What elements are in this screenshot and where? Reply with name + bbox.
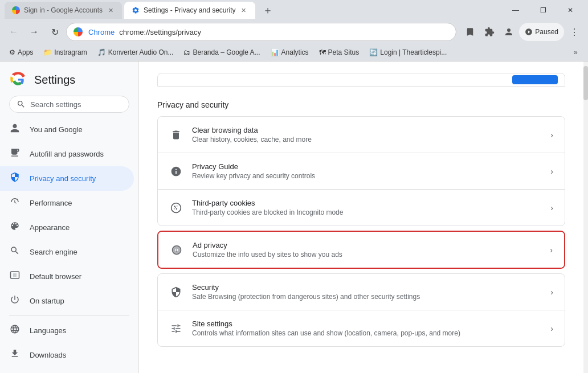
third-party-cookies-desc: Third-party cookies are blocked in Incog… — [192, 208, 537, 216]
performance-icon — [9, 196, 21, 210]
sidebar-item-appearance[interactable]: Appearance — [0, 215, 134, 240]
site-settings-title: Site settings — [192, 319, 537, 328]
ad-privacy-card: Ad privacy Customize the info used by si… — [157, 231, 565, 269]
svg-point-7 — [176, 208, 178, 210]
third-party-cookies-title: Third-party cookies — [192, 199, 537, 207]
privacy-guide-title: Privacy Guide — [192, 162, 537, 171]
clear-browsing-item[interactable]: Clear browsing data Clear history, cooki… — [158, 117, 565, 153]
maximize-button[interactable]: ❐ — [530, 2, 556, 19]
sidebar-label-search-engine: Search engine — [30, 248, 77, 256]
profile-button[interactable] — [500, 23, 518, 41]
sidebar-item-on-startup[interactable]: On startup — [0, 289, 134, 313]
sidebar-item-languages[interactable]: Languages — [0, 318, 134, 343]
section-title: Privacy and security — [157, 100, 228, 109]
bookmark-beranda-label: Beranda – Google A... — [193, 48, 260, 56]
sidebar-label-autofill: Autofill and passwords — [30, 150, 104, 158]
security-arrow: › — [550, 288, 553, 297]
bookmark-peta-label: Peta Situs — [328, 48, 360, 56]
content-scroll-wrapper: Privacy and security Clear browsing data… — [139, 62, 588, 373]
minimize-button[interactable]: — — [503, 2, 529, 19]
sidebar-item-search-engine[interactable]: Search engine — [0, 240, 134, 264]
sidebar-item-performance[interactable]: Performance — [0, 191, 134, 215]
svg-point-8 — [175, 207, 176, 208]
bookmarks-more-button[interactable]: » — [567, 44, 583, 60]
login-icon: 🔄 — [369, 48, 378, 56]
bookmark-instagram-label: Instragram — [54, 48, 87, 56]
address-text[interactable]: chrome://settings/privacy — [119, 28, 449, 36]
extensions-button[interactable] — [480, 23, 499, 41]
sidebar-item-downloads[interactable]: Downloads — [0, 343, 134, 367]
sidebar-search-wrapper: Search settings — [0, 96, 138, 117]
svg-point-0 — [507, 28, 511, 32]
tab-settings[interactable]: Settings - Privacy and security ✕ — [124, 2, 255, 19]
top-cutoff-card — [157, 73, 565, 87]
languages-icon — [9, 324, 21, 337]
chrome-label: Chrome — [88, 28, 115, 36]
third-party-cookies-item[interactable]: Third-party cookies Third-party cookies … — [158, 189, 565, 226]
tab-google-close[interactable]: ✕ — [106, 6, 115, 15]
paused-label: Paused — [535, 28, 558, 36]
third-party-cookies-arrow: › — [550, 203, 553, 212]
bookmark-login[interactable]: 🔄 Login | Thearticlespi... — [365, 46, 451, 59]
peta-icon: 🗺 — [319, 48, 326, 56]
security-item[interactable]: Security Safe Browsing (protection from … — [158, 274, 565, 310]
bookmark-analytics[interactable]: 📊 Analytics — [266, 46, 313, 59]
site-settings-item[interactable]: Site settings Controls what information … — [158, 310, 565, 346]
tab-google-accounts[interactable]: Sign in - Google Accounts ✕ — [5, 2, 122, 19]
downloads-icon — [9, 349, 21, 362]
privacy-guide-arrow: › — [550, 167, 553, 176]
sidebar-nav: You and Google Autofill and passwords Pr… — [0, 117, 138, 373]
scrollbar-track — [583, 62, 588, 373]
menu-button[interactable]: ⋮ — [565, 23, 583, 41]
sidebar-label-languages: Languages — [30, 326, 66, 335]
forward-button[interactable]: → — [25, 23, 43, 41]
privacy-guide-item[interactable]: Privacy Guide Review key privacy and sec… — [158, 153, 565, 189]
toolbar: ← → ↻ Chrome chrome://settings/privacy P… — [0, 21, 588, 43]
security-icon — [169, 285, 183, 299]
appearance-icon — [9, 221, 21, 234]
search-icon — [17, 100, 26, 109]
bookmark-apps[interactable]: ⚙ Apps — [5, 46, 38, 59]
content-inner: Privacy and security Clear browsing data… — [139, 62, 583, 363]
sidebar-divider — [9, 315, 129, 316]
bookmark-peta[interactable]: 🗺 Peta Situs — [315, 46, 364, 59]
close-button[interactable]: ✕ — [557, 2, 583, 19]
svg-point-3 — [172, 203, 181, 212]
privacy-icon — [9, 172, 21, 185]
site-settings-desc: Controls what information sites can use … — [192, 329, 537, 337]
reload-button[interactable]: ↻ — [46, 23, 64, 41]
add-tab-button[interactable]: ＋ — [260, 2, 276, 18]
back-button[interactable]: ← — [5, 23, 23, 41]
sidebar-item-privacy[interactable]: Privacy and security — [0, 166, 134, 191]
main-content: Settings Search settings You and Google — [0, 62, 588, 373]
default-browser-icon — [9, 270, 21, 283]
address-bar[interactable]: Chrome chrome://settings/privacy — [66, 23, 456, 41]
ad-privacy-text: Ad privacy Customize the info used by si… — [193, 241, 536, 259]
settings-search-bar[interactable]: Search settings — [9, 96, 129, 113]
sidebar-item-accessibility[interactable]: Accessibility — [0, 367, 134, 373]
svg-point-4 — [174, 206, 175, 207]
tab-google-title: Sign in - Google Accounts — [24, 6, 103, 14]
bookmark-instagram[interactable]: 📁 Instragram — [39, 46, 91, 59]
sidebar: Settings Search settings You and Google — [0, 62, 139, 373]
paused-button[interactable]: Paused — [519, 23, 564, 41]
settings-card-main: Clear browsing data Clear history, cooki… — [157, 116, 565, 226]
site-settings-text: Site settings Controls what information … — [192, 319, 537, 337]
sidebar-item-default-browser[interactable]: Default browser — [0, 264, 134, 289]
bookmark-analytics-label: Analytics — [281, 48, 309, 56]
sidebar-label-performance: Performance — [30, 199, 72, 207]
you-google-icon — [9, 123, 21, 136]
ad-privacy-item[interactable]: Ad privacy Customize the info used by si… — [158, 232, 564, 268]
scrollbar-thumb[interactable] — [583, 66, 588, 100]
bookmark-button[interactable] — [461, 23, 479, 41]
site-settings-arrow: › — [550, 324, 553, 333]
bookmark-konverter[interactable]: 🎵 Konverter Audio On... — [93, 46, 178, 59]
sidebar-item-autofill[interactable]: Autofill and passwords — [0, 142, 134, 166]
instagram-icon: 📁 — [43, 48, 52, 56]
sidebar-item-you-google[interactable]: You and Google — [0, 117, 134, 142]
bookmark-beranda[interactable]: 🗂 Beranda – Google A... — [179, 46, 264, 59]
tab-settings-close[interactable]: ✕ — [239, 6, 248, 15]
window-controls: — ❐ ✕ — [503, 2, 583, 19]
privacy-guide-icon — [169, 165, 183, 178]
clear-browsing-text: Clear browsing data Clear history, cooki… — [192, 126, 537, 144]
